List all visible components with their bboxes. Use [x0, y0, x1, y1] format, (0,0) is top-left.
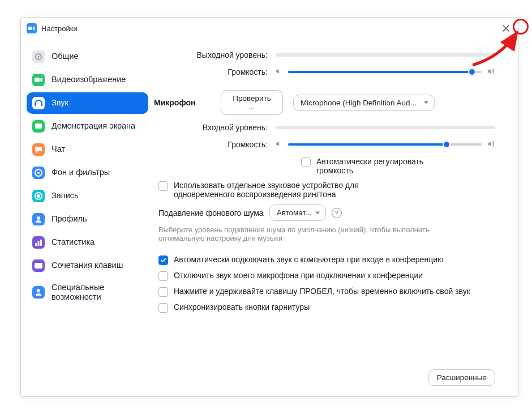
auto-volume-label: Автоматически регулировать громкость	[316, 157, 441, 175]
ringtone-device-label: Использовать отдельное звуковое устройст…	[174, 181, 417, 199]
svg-point-10	[37, 194, 40, 198]
svg-point-11	[37, 216, 40, 220]
sidebar-icon-10	[32, 286, 45, 299]
advanced-button[interactable]: Расширенные	[428, 369, 495, 386]
settings-window: Настройки ОбщиеВидеоизображениеЗвукДемон…	[20, 17, 518, 397]
mic-volume-slider[interactable]	[288, 143, 482, 146]
help-icon[interactable]: ?	[332, 208, 342, 218]
svg-rect-4	[35, 103, 36, 106]
sidebar-label: Видеоизображение	[52, 75, 126, 84]
sidebar-label: Запись	[52, 191, 79, 201]
ringtone-device-checkbox[interactable]	[158, 181, 168, 191]
speaker-volume-label: Громкость:	[154, 67, 276, 76]
noise-suppression-label: Подавление фонового шума	[158, 208, 264, 218]
close-button[interactable]	[500, 22, 512, 35]
svg-rect-5	[41, 103, 42, 106]
sidebar-item-6[interactable]: Запись	[27, 185, 148, 207]
svg-rect-13	[38, 241, 40, 246]
speaker-volume-slider[interactable]	[288, 71, 482, 73]
sidebar-label: Статистика	[52, 237, 95, 247]
sidebar-icon-4	[32, 143, 45, 156]
sidebar-item-5[interactable]: Фон и фильтры	[27, 162, 148, 184]
svg-rect-17	[37, 264, 38, 265]
sidebar-label: Общие	[52, 52, 79, 61]
auto-join-audio-label: Автоматически подключать звук с компьюте…	[174, 255, 443, 264]
close-icon	[503, 25, 509, 32]
svg-point-2	[38, 56, 40, 58]
sidebar-item-4[interactable]: Чат	[27, 139, 148, 160]
mic-volume-label: Громкость:	[154, 140, 276, 149]
microphone-section-title: Микрофон	[154, 98, 211, 107]
sidebar-icon-7	[32, 213, 45, 225]
input-level-meter	[276, 126, 495, 129]
sidebar-label: Звук	[52, 98, 68, 108]
titlebar: Настройки	[21, 18, 518, 37]
sync-headset-checkbox[interactable]	[158, 303, 168, 313]
sidebar-label: Чат	[52, 144, 65, 154]
svg-rect-0	[28, 27, 32, 30]
sidebar-icon-3	[32, 120, 45, 133]
sidebar-label: Фон и фильтры	[52, 168, 110, 177]
output-level-meter	[276, 53, 495, 57]
microphone-select[interactable]: Microphone (High Definition Aud...	[293, 95, 435, 111]
svg-rect-15	[35, 263, 42, 269]
svg-rect-16	[36, 264, 37, 265]
sidebar-icon-5	[32, 167, 45, 179]
auto-join-audio-checkbox[interactable]	[158, 255, 168, 265]
sidebar-item-8[interactable]: Статистика	[27, 232, 148, 253]
sidebar-icon-9	[32, 259, 45, 272]
sync-headset-label: Синхронизировать кнопки гарнитуры	[174, 303, 310, 312]
svg-point-8	[37, 172, 40, 174]
sidebar-icon-2	[32, 97, 45, 109]
sidebar-item-10[interactable]: Специальные возможности	[27, 278, 148, 307]
svg-rect-19	[36, 266, 41, 267]
sidebar: ОбщиеВидеоизображениеЗвукДемонстрация эк…	[21, 37, 154, 396]
sidebar-icon-0	[32, 50, 45, 63]
noise-suppression-select[interactable]: Автомат...	[269, 204, 326, 221]
speaker-low-icon	[276, 67, 282, 76]
sidebar-item-7[interactable]: Профиль	[27, 208, 148, 230]
sidebar-icon-1	[32, 74, 45, 86]
sidebar-item-2[interactable]: Звук	[27, 92, 148, 114]
sidebar-item-9[interactable]: Сочетания клавиш	[27, 255, 148, 276]
sidebar-label: Профиль	[52, 214, 87, 224]
sidebar-item-1[interactable]: Видеоизображение	[27, 69, 148, 91]
sidebar-icon-6	[32, 190, 45, 202]
noise-suppression-hint: Выберите уровень подавления шума по умол…	[154, 225, 460, 242]
sidebar-item-0[interactable]: Общие	[27, 46, 148, 67]
svg-point-20	[37, 289, 40, 292]
push-to-talk-label: Нажмите и удерживайте клавишу ПРОБЕЛ, чт…	[174, 287, 470, 296]
sidebar-item-3[interactable]: Демонстрация экрана	[27, 116, 148, 137]
settings-content: Выходной уровень: Громкость:	[154, 37, 518, 396]
auto-volume-checkbox[interactable]	[301, 157, 311, 167]
sidebar-label: Специальные возможности	[52, 283, 143, 303]
zoom-app-icon	[27, 23, 37, 33]
svg-rect-12	[35, 243, 37, 246]
output-level-label: Выходной уровень:	[154, 50, 276, 59]
push-to-talk-checkbox[interactable]	[158, 287, 168, 297]
svg-rect-18	[39, 264, 40, 265]
mute-on-join-label: Отключить звук моего микрофона при подкл…	[174, 271, 423, 280]
speaker-low-icon	[276, 140, 282, 149]
svg-rect-3	[35, 78, 40, 82]
window-title: Настройки	[41, 24, 78, 33]
input-level-label: Входной уровень:	[154, 123, 276, 132]
sidebar-icon-8	[32, 236, 45, 249]
test-mic-button[interactable]: Проверить ...	[221, 90, 283, 115]
sidebar-label: Сочетания клавиш	[52, 261, 123, 270]
svg-rect-14	[40, 240, 42, 246]
sidebar-label: Демонстрация экрана	[52, 121, 135, 131]
speaker-high-icon	[487, 140, 495, 149]
mute-on-join-checkbox[interactable]	[158, 271, 168, 281]
speaker-high-icon	[487, 67, 495, 76]
